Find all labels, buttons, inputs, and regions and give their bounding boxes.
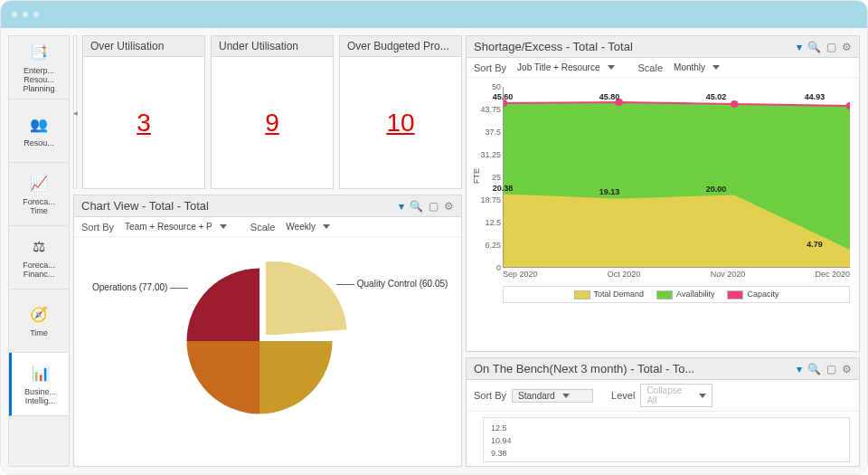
- kpi-card-over-util: Over Utilisation 3: [82, 35, 205, 189]
- square-icon[interactable]: ▢: [429, 200, 439, 213]
- search-icon[interactable]: 🔍: [807, 363, 821, 375]
- sidebar-item-resources[interactable]: 👥 Resou...: [9, 100, 69, 163]
- scale-select[interactable]: Weekly: [280, 221, 335, 233]
- kpi-card-over-budget: Over Budgeted Pro... 10: [339, 35, 462, 189]
- panel-title: On The Bench(Next 3 month) - Total - To.…: [474, 362, 694, 375]
- panel-chart-view: Chart View - Total - Total ▾ 🔍 ▢ ⚙ Sort …: [73, 195, 462, 467]
- y-tick: 18.75: [480, 195, 501, 204]
- filter-icon[interactable]: ▾: [797, 363, 802, 375]
- sidebar-item-label: Foreca... Financ...: [23, 261, 55, 279]
- sort-select[interactable]: Team + Resource + P: [119, 221, 232, 233]
- dot: [33, 12, 39, 17]
- clock-icon: 🧭: [29, 305, 49, 325]
- bar-chart-icon: 📊: [31, 364, 51, 384]
- balance-icon: ⚖: [29, 237, 49, 257]
- sidebar-item-label: Enterp... Resou... Planning: [23, 66, 54, 93]
- data-label: 45.02: [706, 92, 727, 101]
- sidebar-item-label: Busine... Intellig...: [24, 387, 56, 405]
- panel-title: Shortage/Excess - Total - Total: [474, 40, 633, 53]
- pie-chart: Operations (77.00) Quality Control (60.0…: [74, 237, 461, 445]
- dot: [12, 12, 17, 17]
- kpi-title: Over Budgeted Pro...: [340, 36, 461, 57]
- y-tick: 25: [492, 173, 501, 182]
- data-label: 4.79: [807, 240, 823, 249]
- y-axis-label: FTE: [472, 168, 481, 184]
- scale-label: Scale: [250, 222, 276, 233]
- sidebar-item-time[interactable]: 🧭 Time: [9, 290, 69, 353]
- square-icon[interactable]: ▢: [826, 41, 836, 53]
- level-select[interactable]: Collapse All: [640, 384, 712, 407]
- x-tick: Oct 2020: [608, 270, 641, 279]
- window-titlebar: [1, 1, 867, 28]
- y-tick: 31.25: [480, 150, 501, 159]
- doc-icon: 📑: [29, 43, 49, 62]
- data-label: 44.93: [805, 92, 826, 101]
- x-tick: Dec 2020: [815, 270, 850, 279]
- x-tick: Sep 2020: [503, 270, 538, 279]
- kpi-value[interactable]: 3: [137, 109, 151, 138]
- y-tick: 37.5: [485, 128, 501, 137]
- square-icon[interactable]: ▢: [826, 363, 836, 375]
- kpi-card-under-util: Under Utilisation 9: [211, 35, 334, 189]
- sort-label: Sort By: [81, 222, 114, 233]
- gear-icon[interactable]: ⚙: [842, 41, 852, 53]
- scale-label: Scale: [638, 62, 664, 73]
- kpi-title: Over Utilisation: [83, 36, 204, 57]
- gear-icon[interactable]: ⚙: [842, 363, 852, 375]
- people-icon: 👥: [29, 115, 49, 135]
- sort-label: Sort By: [474, 62, 506, 73]
- sidebar-item-label: Time: [30, 328, 48, 337]
- sidebar-item-forecast-finance[interactable]: ⚖ Foreca... Financ...: [9, 226, 69, 290]
- search-icon[interactable]: 🔍: [807, 41, 821, 53]
- svg-point-4: [731, 100, 739, 108]
- scale-select[interactable]: Monthly: [668, 62, 725, 73]
- y-tick: 50: [492, 82, 501, 91]
- panel-on-bench: On The Bench(Next 3 month) - Total - To.…: [466, 357, 860, 467]
- sort-select[interactable]: Standard: [512, 389, 593, 403]
- y-ticks: 12.5 10.94 9.38: [491, 422, 842, 460]
- data-label: 45.80: [599, 92, 620, 101]
- y-tick: 6.25: [485, 241, 501, 250]
- dot: [23, 12, 28, 17]
- sort-select[interactable]: Job Title + Resource: [512, 62, 619, 73]
- data-label: 20.38: [493, 184, 514, 193]
- sidebar-item-bi[interactable]: 📊 Busine... Intellig...: [9, 353, 69, 416]
- search-icon[interactable]: 🔍: [410, 200, 423, 213]
- chart-legend: Total Demand Availability Capacity: [503, 286, 850, 303]
- pie-label-ops: Operations (77.00): [92, 282, 188, 292]
- pie-label-qc: Quality Control (60.05): [336, 279, 448, 289]
- kpi-title: Under Utilisation: [212, 36, 333, 57]
- kpi-value[interactable]: 10: [386, 109, 414, 138]
- y-tick: 12.5: [485, 218, 501, 227]
- sort-label: Sort By: [474, 390, 506, 401]
- sidebar-rail: 📑 Enterp... Resou... Planning 👥 Resou...…: [8, 35, 70, 467]
- kpi-value[interactable]: 9: [265, 109, 279, 138]
- y-tick: 0: [496, 263, 501, 272]
- y-tick: 43.75: [480, 105, 501, 114]
- sidebar-item-label: Resou...: [24, 138, 54, 147]
- sidebar-item-label: Foreca... Time: [23, 197, 55, 215]
- chart-line-icon: 📈: [29, 174, 49, 194]
- area-chart: FTE 50 43.75 37.5 31.25 25 18.75 12.5 6.…: [467, 78, 859, 280]
- x-tick: Nov 2020: [711, 270, 746, 279]
- scroll-left-button[interactable]: ◀: [73, 35, 77, 189]
- panel-title: Chart View - Total - Total: [81, 199, 209, 213]
- filter-icon[interactable]: ▾: [399, 200, 404, 213]
- gear-icon[interactable]: ⚙: [444, 200, 454, 213]
- panel-shortage-excess: Shortage/Excess - Total - Total ▾ 🔍 ▢ ⚙ …: [466, 35, 860, 352]
- filter-icon[interactable]: ▾: [797, 41, 802, 53]
- level-label: Level: [611, 390, 635, 401]
- sidebar-item-erp[interactable]: 📑 Enterp... Resou... Planning: [9, 36, 69, 100]
- data-label: 20.00: [706, 185, 727, 194]
- sidebar-item-forecast-time[interactable]: 📈 Foreca... Time: [9, 163, 69, 226]
- data-label: 19.13: [599, 187, 620, 196]
- data-label: 45.60: [493, 92, 514, 101]
